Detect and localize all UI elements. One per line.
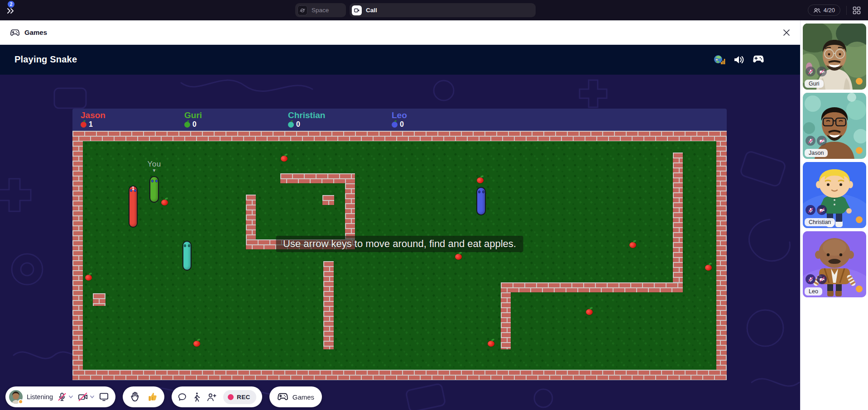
wall [673, 153, 683, 282]
grass-field [83, 141, 716, 370]
occupancy-count: 4/20 [824, 7, 835, 14]
invite-person-button[interactable] [206, 392, 217, 402]
tab-space[interactable]: Space [295, 3, 346, 17]
wall [323, 261, 334, 349]
mic-muted-icon [806, 205, 815, 215]
apple [455, 253, 462, 260]
camera-muted-icon [817, 136, 827, 146]
camera-muted-icon [817, 67, 827, 76]
apple [85, 273, 92, 281]
snake-score-label: 1 [129, 186, 137, 191]
mic-muted-icon [806, 67, 815, 76]
apple [161, 198, 168, 205]
game-area: Jason 1 Guri 0 Christian 0 Leo 0 [0, 75, 800, 410]
chat-bubble-button[interactable] [177, 392, 187, 402]
thumbs-up-button[interactable] [148, 392, 157, 402]
people-icon [813, 7, 821, 14]
participants-sidebar: Guri [800, 20, 868, 410]
wall [501, 282, 683, 292]
snake-christian [182, 241, 192, 271]
mic-muted-icon [806, 136, 815, 146]
call-camera-icon [352, 5, 362, 15]
participant-tile-leo[interactable]: Leo [803, 231, 866, 297]
gamepad-icon [10, 29, 20, 37]
call-toolbar: Listening [5, 386, 322, 407]
score-guri: Guri 0 [184, 110, 288, 129]
wall [93, 293, 106, 306]
tab-call-label: Call [366, 7, 377, 14]
wall [501, 292, 511, 349]
tab-space-label: Space [312, 7, 329, 14]
raise-hand-button[interactable] [130, 391, 140, 402]
games-panel-title: Games [24, 29, 47, 36]
playfield[interactable]: Use arrow keys to move around, find and … [72, 131, 727, 380]
games-button[interactable]: Games [269, 386, 322, 407]
wall [322, 195, 334, 205]
notification-badge: 2 [8, 1, 14, 8]
score-jason: Jason 1 [81, 110, 184, 129]
apple [193, 339, 201, 347]
participant-status-dot [856, 78, 863, 85]
camera-muted-icon [817, 274, 827, 284]
app-window: 2 Space Call 4/20 [0, 0, 868, 410]
apple-icon [81, 122, 86, 128]
apple-icon [392, 122, 398, 128]
record-dot [228, 394, 234, 400]
gamepad-icon [277, 393, 288, 401]
participant-status-dot [856, 216, 863, 223]
snake-guri [149, 176, 159, 203]
camera-muted-icon [817, 205, 827, 215]
tab-call[interactable]: Call [350, 3, 536, 17]
participant-name: Christian [805, 218, 835, 226]
apple [705, 263, 712, 271]
chevron-down-icon [90, 395, 95, 399]
apple [488, 339, 495, 347]
games-panel-header: Games [0, 20, 800, 44]
mic-muted-icon [806, 274, 815, 284]
snake-leo [476, 187, 486, 215]
reactions-pill [123, 386, 164, 407]
game-title: Playing Snake [14, 54, 77, 65]
space-planet-icon [297, 5, 307, 15]
instruction-caption: Use arrow keys to move around, find and … [276, 236, 523, 252]
snake-jason: 1 [129, 186, 138, 228]
self-controls-pill: Listening [5, 386, 115, 407]
snake-board: Jason 1 Guri 0 Christian 0 Leo 0 [72, 109, 727, 380]
game-controls-icon[interactable] [752, 55, 765, 64]
actions-pill: REC [172, 386, 262, 407]
mic-muted-button[interactable] [57, 392, 73, 402]
listening-status: Listening [27, 393, 53, 400]
screen-share-button[interactable] [99, 392, 109, 402]
participant-tile-christian[interactable]: Christian [803, 162, 866, 228]
apple [281, 154, 288, 162]
apple-icon [184, 122, 190, 128]
sound-icon[interactable] [733, 55, 745, 65]
participant-status-dot [856, 286, 863, 292]
apps-grid-icon[interactable] [853, 6, 861, 14]
participant-status-dot [856, 147, 863, 154]
walk-around-button[interactable] [193, 392, 200, 402]
topbar-divider [846, 6, 847, 15]
close-icon[interactable] [782, 28, 791, 37]
participant-name: Guri [805, 80, 824, 88]
game-title-bar: Playing Snake [0, 44, 800, 75]
self-avatar[interactable] [9, 390, 23, 404]
participant-name: Jason [805, 149, 828, 157]
apple [629, 241, 637, 248]
record-button[interactable]: REC [223, 390, 256, 404]
apple [586, 308, 593, 315]
occupancy-pill[interactable]: 4/20 [808, 5, 840, 16]
apple-icon [288, 122, 294, 128]
self-status-dot [18, 399, 23, 404]
participant-tile-guri[interactable]: Guri [803, 24, 866, 90]
camera-muted-button[interactable] [77, 392, 95, 402]
top-bar: 2 Space Call 4/20 [0, 0, 868, 20]
participant-name: Leo [805, 287, 822, 296]
you-indicator: You▼ [147, 160, 161, 173]
network-quality-icon[interactable] [713, 54, 726, 65]
chevron-down-icon [68, 395, 73, 399]
participant-tile-jason[interactable]: Jason [803, 93, 866, 159]
wall [280, 173, 355, 183]
score-christian: Christian 0 [288, 110, 392, 129]
scoreboard: Jason 1 Guri 0 Christian 0 Leo 0 [72, 109, 727, 131]
